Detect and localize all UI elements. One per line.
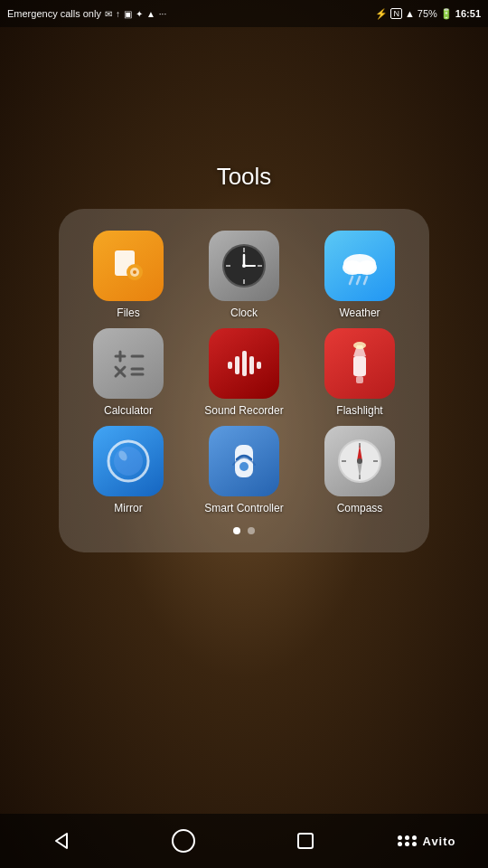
avito-dots-icon [398, 835, 418, 846]
mirror-icon [93, 426, 164, 496]
app-sound-recorder[interactable]: Sound Recorder [189, 328, 299, 417]
calculator-label: Calculator [104, 404, 153, 417]
flashlight-label: Flashlight [336, 404, 382, 417]
nav-bar: Avito [0, 814, 488, 868]
recents-button[interactable] [287, 823, 324, 859]
signal-icon: ▲ [405, 8, 415, 19]
app-flashlight[interactable]: Flashlight [305, 328, 415, 417]
svg-line-16 [350, 277, 352, 284]
app-calculator[interactable]: Calculator [73, 328, 183, 417]
app-mirror[interactable]: Mirror [73, 426, 183, 514]
tools-folder: Files Clock [59, 209, 429, 552]
svg-rect-51 [298, 834, 313, 848]
svg-rect-28 [242, 351, 247, 376]
app-compass[interactable]: Compass [305, 426, 415, 514]
svg-point-33 [353, 342, 366, 349]
mirror-label: Mirror [114, 502, 142, 514]
dot-1[interactable] [233, 527, 240, 534]
battery-text: 75% [418, 8, 437, 19]
pagination-dots [73, 527, 415, 534]
clock-icon [209, 231, 279, 301]
compass-label: Compass [337, 502, 383, 514]
svg-rect-34 [356, 376, 363, 383]
svg-rect-29 [249, 356, 254, 374]
svg-point-3 [133, 270, 136, 274]
nav-icon: ✦ [136, 9, 143, 19]
back-button[interactable] [43, 823, 80, 859]
files-icon [93, 231, 164, 301]
smart-controller-icon [209, 426, 279, 496]
svg-marker-49 [56, 834, 67, 848]
avito-logo: Avito [398, 835, 455, 848]
app-smart-controller[interactable]: Smart Controller [189, 426, 299, 514]
avito-text: Avito [422, 835, 455, 848]
svg-line-18 [364, 277, 367, 284]
wifi-icon: ▲ [146, 9, 155, 19]
time-display: 16:51 [455, 8, 481, 19]
svg-point-36 [114, 447, 143, 476]
flashlight-icon [324, 328, 395, 399]
svg-point-12 [242, 264, 246, 268]
svg-point-48 [357, 458, 362, 464]
clock-label: Clock [230, 307, 258, 319]
upload-icon: ↑ [116, 9, 120, 19]
bluetooth-icon: ⚡ [375, 8, 388, 20]
sound-recorder-icon [209, 328, 279, 399]
calculator-icon [93, 328, 164, 399]
smart-controller-label: Smart Controller [204, 502, 283, 514]
svg-point-15 [357, 260, 377, 275]
svg-point-50 [173, 830, 194, 852]
status-left: Emergency calls only ✉ ↑ ▣ ✦ ▲ ··· [7, 8, 166, 19]
files-label: Files [117, 307, 139, 319]
svg-rect-27 [235, 356, 239, 374]
sound-recorder-label: Sound Recorder [204, 404, 283, 417]
app-clock[interactable]: Clock [189, 231, 299, 319]
weather-icon [324, 231, 395, 301]
msg-icon: ✉ [105, 9, 112, 19]
svg-rect-30 [257, 362, 261, 369]
emergency-text: Emergency calls only [7, 8, 101, 19]
sd-icon: ▣ [124, 9, 132, 19]
weather-label: Weather [339, 307, 380, 319]
app-files[interactable]: Files [73, 231, 183, 319]
svg-line-17 [357, 277, 360, 284]
nfc-icon: N [390, 8, 402, 19]
avito-button[interactable]: Avito [409, 823, 446, 859]
app-weather[interactable]: Weather [305, 231, 415, 319]
page-title: Tools [0, 163, 488, 191]
svg-rect-26 [228, 362, 232, 369]
svg-point-39 [239, 462, 249, 471]
svg-rect-31 [353, 356, 366, 376]
apps-grid: Files Clock [73, 231, 415, 514]
status-right: ⚡ N ▲ 75% 🔋 16:51 [375, 8, 481, 20]
dot-2[interactable] [248, 527, 255, 534]
home-button[interactable] [165, 823, 202, 859]
status-bar: Emergency calls only ✉ ↑ ▣ ✦ ▲ ··· ⚡ N ▲… [0, 0, 488, 27]
compass-icon [324, 426, 395, 496]
dots-icon: ··· [159, 9, 166, 19]
battery-icon: 🔋 [440, 8, 453, 20]
